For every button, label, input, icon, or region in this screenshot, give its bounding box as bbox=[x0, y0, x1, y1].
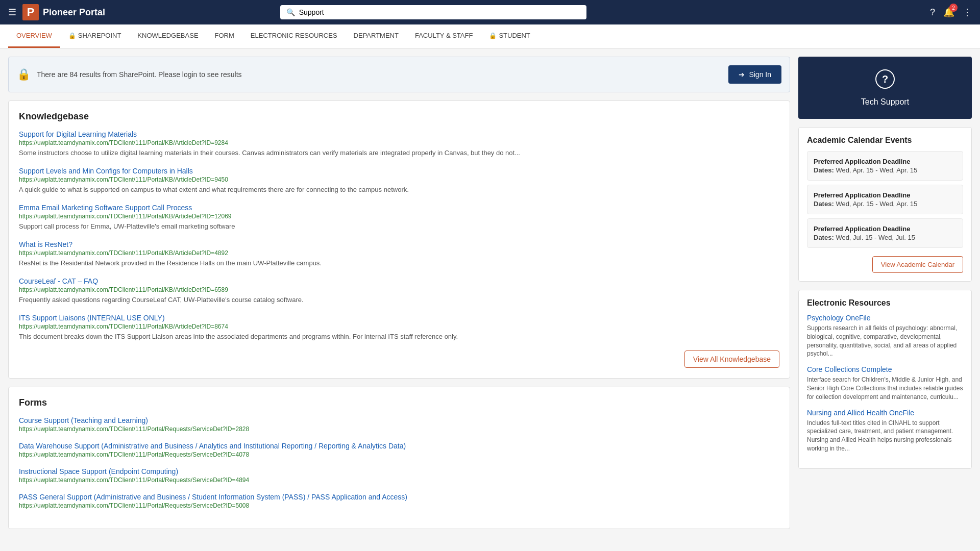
nav-item-knowledgebase[interactable]: KNOWLEDGEBASE bbox=[129, 24, 206, 48]
kb-item-link-3[interactable]: What is ResNet? bbox=[19, 240, 779, 248]
er-item-link-2[interactable]: Nursing and Allied Health OneFile bbox=[807, 409, 963, 417]
tech-support-card[interactable]: ? Tech Support bbox=[798, 57, 972, 119]
signin-label: Sign In bbox=[749, 70, 771, 79]
kb-item-url-0: https://uwplatt.teamdynamix.com/TDClient… bbox=[19, 139, 779, 146]
tech-support-title: Tech Support bbox=[811, 97, 960, 107]
form-item: Instructional Space Support (Endpoint Co… bbox=[19, 467, 779, 484]
nav-item-form[interactable]: FORM bbox=[207, 24, 242, 48]
academic-calendar-title: Academic Calendar Events bbox=[807, 136, 963, 145]
kb-item-url-5: https://uwplatt.teamdynamix.com/TDClient… bbox=[19, 323, 779, 330]
nav-item-sharepoint[interactable]: 🔒 SHAREPOINT bbox=[60, 24, 130, 48]
help-icon[interactable]: ? bbox=[930, 7, 935, 18]
view-all-knowledgebase-button[interactable]: View All Knowledgebase bbox=[684, 350, 779, 368]
form-item-url-2: https://uwplatt.teamdynamix.com/TDClient… bbox=[19, 477, 779, 484]
main-content: 🔒 There are 84 results from SharePoint. … bbox=[8, 57, 790, 537]
knowledgebase-title: Knowledgebase bbox=[19, 111, 779, 122]
er-item-desc-2: Includes full-text titles cited in CINAH… bbox=[807, 419, 963, 453]
form-item-url-0: https://uwplatt.teamdynamix.com/TDClient… bbox=[19, 425, 779, 433]
main-nav: OVERVIEW 🔒 SHAREPOINT KNOWLEDGEBASE FORM… bbox=[0, 24, 980, 48]
nav-label-student: STUDENT bbox=[499, 32, 530, 39]
nav-label-department: DEPARTMENT bbox=[354, 32, 399, 39]
electronic-resources-title: Electronic Resources bbox=[807, 298, 963, 308]
app-header: ☰ P Pioneer Portal 🔍 ? 🔔 2 ⋮ bbox=[0, 0, 980, 24]
tech-support-icon: ? bbox=[811, 69, 960, 93]
kb-item-link-1[interactable]: Support Levels and Min Configs for Compu… bbox=[19, 167, 779, 175]
kb-item: What is ResNet? https://uwplatt.teamdyna… bbox=[19, 240, 779, 267]
nav-label-knowledgebase: KNOWLEDGEBASE bbox=[137, 32, 198, 39]
nav-label-faculty-staff: FACULTY & STAFF bbox=[415, 32, 473, 39]
calendar-event-dates-2: Dates: Wed, Jul. 15 - Wed, Jul. 15 bbox=[814, 234, 957, 241]
nav-label-form: FORM bbox=[215, 32, 234, 39]
notification-badge: 2 bbox=[949, 4, 958, 12]
app-title: Pioneer Portal bbox=[43, 7, 105, 18]
more-icon[interactable]: ⋮ bbox=[963, 7, 972, 18]
kb-item-desc-1: A quick guide to what is supported on ca… bbox=[19, 186, 409, 193]
er-item-link-0[interactable]: Psychology OneFile bbox=[807, 314, 963, 322]
calendar-event-title-2: Preferred Application Deadline bbox=[814, 225, 957, 233]
calendar-event-0: Preferred Application Deadline Dates: We… bbox=[807, 151, 963, 181]
svg-text:?: ? bbox=[882, 73, 888, 85]
er-item-1: Core Collections Complete Interface sear… bbox=[807, 365, 963, 401]
kb-item-desc-2: Support call process for Emma, UW-Platte… bbox=[19, 222, 235, 230]
calendar-dates-value-1: Wed, Apr. 15 - Wed, Apr. 15 bbox=[836, 200, 917, 208]
search-bar: 🔍 bbox=[280, 5, 586, 19]
kb-item-desc-3: ResNet is the Residential Network provid… bbox=[19, 259, 322, 267]
sharepoint-banner-text: There are 84 results from SharePoint. Pl… bbox=[37, 70, 722, 79]
kb-item-link-4[interactable]: CourseLeaf - CAT – FAQ bbox=[19, 277, 779, 285]
form-item: Course Support (Teaching and Learning) h… bbox=[19, 416, 779, 433]
kb-item: ITS Support Liaisons (INTERNAL USE ONLY)… bbox=[19, 314, 779, 340]
er-item-0: Psychology OneFile Supports research in … bbox=[807, 314, 963, 358]
kb-item-desc-0: Some instructors choose to utilize digit… bbox=[19, 149, 520, 157]
nav-item-faculty-staff[interactable]: FACULTY & STAFF bbox=[407, 24, 481, 48]
view-academic-calendar-button[interactable]: View Academic Calendar bbox=[872, 256, 963, 273]
nav-label-electronic-resources: ELECTRONIC RESOURCES bbox=[251, 32, 337, 39]
calendar-event-2: Preferred Application Deadline Dates: We… bbox=[807, 218, 963, 248]
er-item-desc-1: Interface search for Children's, Middle … bbox=[807, 375, 963, 401]
er-item-link-1[interactable]: Core Collections Complete bbox=[807, 365, 963, 373]
main-layout: 🔒 There are 84 results from SharePoint. … bbox=[0, 48, 980, 545]
calendar-dates-label-0: Dates: bbox=[814, 166, 834, 174]
lock-icon-sharepoint: 🔒 bbox=[68, 32, 76, 39]
nav-item-student[interactable]: 🔒 STUDENT bbox=[481, 24, 538, 48]
form-item-link-3[interactable]: PASS General Support (Administrative and… bbox=[19, 493, 779, 501]
kb-item-link-2[interactable]: Emma Email Marketing Software Support Ca… bbox=[19, 204, 779, 212]
kb-item-desc-4: Frequently asked questions regarding Cou… bbox=[19, 296, 304, 304]
logo-letter: P bbox=[22, 4, 39, 20]
nav-item-electronic-resources[interactable]: ELECTRONIC RESOURCES bbox=[242, 24, 346, 48]
form-item-link-1[interactable]: Data Warehouse Support (Administrative a… bbox=[19, 442, 779, 450]
calendar-dates-value-2: Wed, Jul. 15 - Wed, Jul. 15 bbox=[836, 234, 915, 241]
form-item-link-2[interactable]: Instructional Space Support (Endpoint Co… bbox=[19, 467, 779, 475]
kb-item-link-5[interactable]: ITS Support Liaisons (INTERNAL USE ONLY) bbox=[19, 314, 779, 322]
form-item-link-0[interactable]: Course Support (Teaching and Learning) bbox=[19, 416, 779, 424]
menu-icon[interactable]: ☰ bbox=[8, 7, 16, 18]
form-item: PASS General Support (Administrative and… bbox=[19, 493, 779, 509]
notifications-icon[interactable]: 🔔 2 bbox=[943, 7, 954, 18]
kb-item: CourseLeaf - CAT – FAQ https://uwplatt.t… bbox=[19, 277, 779, 304]
calendar-event-title-1: Preferred Application Deadline bbox=[814, 191, 957, 199]
er-item-2: Nursing and Allied Health OneFile Includ… bbox=[807, 409, 963, 453]
forms-section: Forms Course Support (Teaching and Learn… bbox=[8, 387, 790, 529]
nav-label-overview: OVERVIEW bbox=[16, 32, 52, 39]
er-item-desc-0: Supports research in all fields of psych… bbox=[807, 324, 963, 358]
signin-icon: ➔ bbox=[739, 70, 745, 79]
search-input[interactable] bbox=[299, 8, 580, 16]
kb-item-link-0[interactable]: Support for Digital Learning Materials bbox=[19, 130, 779, 138]
kb-item-url-4: https://uwplatt.teamdynamix.com/TDClient… bbox=[19, 286, 779, 293]
kb-item-url-3: https://uwplatt.teamdynamix.com/TDClient… bbox=[19, 249, 779, 257]
nav-item-department[interactable]: DEPARTMENT bbox=[346, 24, 407, 48]
nav-item-overview[interactable]: OVERVIEW bbox=[8, 24, 60, 48]
form-item-url-3: https://uwplatt.teamdynamix.com/TDClient… bbox=[19, 502, 779, 509]
lock-banner-icon: 🔒 bbox=[17, 68, 31, 81]
kb-item: Emma Email Marketing Software Support Ca… bbox=[19, 204, 779, 230]
calendar-dates-label-1: Dates: bbox=[814, 200, 834, 208]
kb-item-url-1: https://uwplatt.teamdynamix.com/TDClient… bbox=[19, 176, 779, 183]
calendar-dates-label-2: Dates: bbox=[814, 234, 834, 241]
signin-button[interactable]: ➔ Sign In bbox=[728, 65, 781, 84]
form-item-url-1: https://uwplatt.teamdynamix.com/TDClient… bbox=[19, 451, 779, 458]
sidebar: ? Tech Support Academic Calendar Events … bbox=[798, 57, 972, 537]
electronic-resources-card: Electronic Resources Psychology OneFile … bbox=[798, 290, 972, 469]
knowledgebase-section: Knowledgebase Support for Digital Learni… bbox=[8, 101, 790, 379]
header-actions: ? 🔔 2 ⋮ bbox=[930, 7, 972, 18]
kb-item-url-2: https://uwplatt.teamdynamix.com/TDClient… bbox=[19, 213, 779, 220]
forms-title: Forms bbox=[19, 397, 779, 408]
